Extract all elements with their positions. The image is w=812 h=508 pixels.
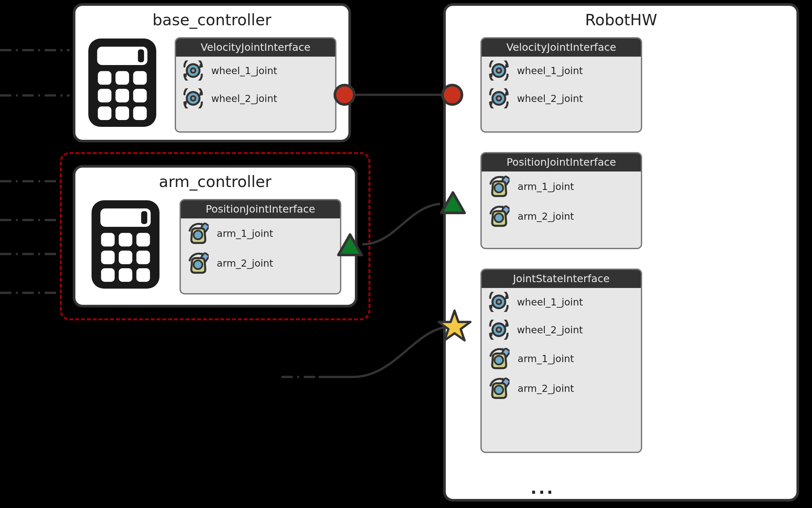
arm-joint-icon — [489, 175, 509, 197]
interface-header: VelocityJointInterface — [176, 39, 335, 57]
joint-row: arm_1_joint — [482, 171, 641, 201]
joint-label: arm_2_joint — [217, 258, 273, 269]
joint-label: wheel_1_joint — [517, 65, 583, 76]
interface-header: VelocityJointInterface — [482, 39, 641, 57]
ellipsis: ... — [531, 479, 555, 498]
joint-row: wheel_1_joint — [482, 288, 641, 316]
arm-controller-title: arm_controller — [85, 172, 345, 190]
wheel-joint-icon — [489, 60, 509, 81]
joint-row: arm_2_joint — [181, 248, 340, 278]
joint-row: wheel_2_joint — [482, 84, 641, 112]
arm-joint-icon — [188, 252, 209, 274]
wheel-joint-icon — [183, 88, 203, 109]
joint-row: wheel_1_joint — [176, 57, 335, 84]
joint-row: wheel_1_joint — [482, 57, 641, 84]
joint-label: wheel_2_joint — [211, 93, 277, 104]
arm-position-interface: PositionJointInterface arm_1_joint arm_2… — [180, 199, 341, 294]
joint-label: arm_1_joint — [217, 228, 273, 239]
base-controller-title: base_controller — [85, 11, 339, 29]
arm-joint-icon — [489, 377, 509, 399]
hw-position-interface: PositionJointInterface arm_1_joint arm_2… — [481, 152, 642, 249]
arm-joint-icon — [188, 222, 209, 244]
arm-joint-icon — [489, 205, 509, 227]
robot-hw-title: RobotHW — [455, 11, 787, 29]
base-velocity-interface: VelocityJointInterface wheel_1_joint whe… — [175, 37, 336, 133]
interface-header: JointStateInterface — [482, 270, 641, 288]
joint-row: wheel_2_joint — [482, 316, 641, 344]
joint-row: arm_1_joint — [181, 218, 340, 248]
hw-velocity-interface: VelocityJointInterface wheel_1_joint whe… — [481, 37, 642, 133]
interface-header: PositionJointInterface — [482, 153, 641, 171]
interface-header: PositionJointInterface — [181, 200, 340, 218]
joint-label: arm_1_joint — [517, 181, 574, 192]
wheel-joint-icon — [489, 292, 509, 312]
joint-label: arm_2_joint — [517, 383, 574, 394]
joint-label: wheel_1_joint — [517, 296, 583, 308]
joint-row: arm_2_joint — [482, 373, 641, 403]
wheel-joint-icon — [489, 320, 509, 340]
joint-label: arm_1_joint — [517, 353, 574, 364]
joint-label: wheel_2_joint — [517, 324, 583, 336]
joint-row: arm_2_joint — [482, 201, 641, 231]
joint-row: arm_1_joint — [482, 344, 641, 373]
joint-label: arm_2_joint — [517, 211, 574, 222]
wheel-joint-icon — [183, 60, 203, 81]
joint-row: wheel_2_joint — [176, 84, 335, 112]
arm-joint-icon — [489, 347, 509, 370]
joint-label: wheel_2_joint — [517, 93, 583, 104]
hw-jointstate-interface: JointStateInterface wheel_1_joint wheel_… — [481, 268, 642, 453]
calculator-icon — [92, 200, 160, 289]
joint-label: wheel_1_joint — [211, 65, 277, 76]
calculator-icon — [88, 38, 156, 127]
wheel-joint-icon — [489, 88, 509, 109]
